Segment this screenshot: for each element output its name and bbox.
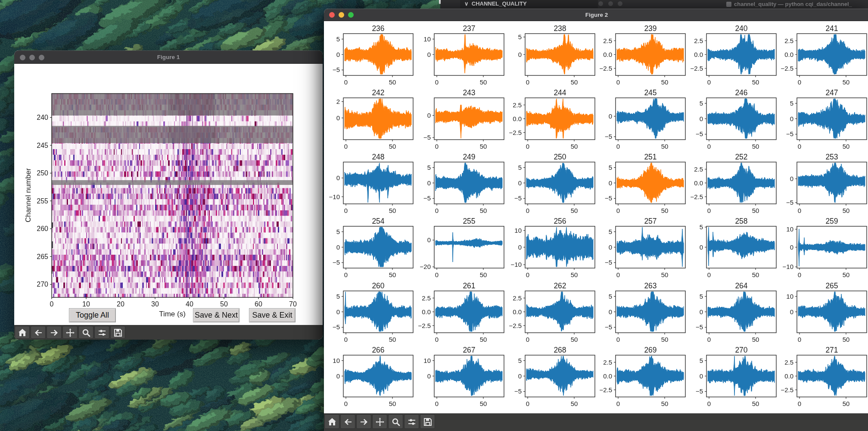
svg-text:10: 10 [786, 225, 793, 233]
svg-text:−5: −5 [696, 130, 703, 137]
svg-text:0: 0 [427, 112, 431, 119]
svg-text:0: 0 [336, 372, 340, 380]
svg-text:0: 0 [526, 207, 529, 214]
svg-text:0: 0 [798, 336, 801, 343]
svg-text:0: 0 [435, 78, 439, 86]
svg-text:50: 50 [661, 336, 669, 343]
svg-text:0: 0 [707, 336, 711, 343]
svg-text:50: 50 [571, 336, 578, 343]
svg-text:0: 0 [526, 78, 529, 86]
svg-text:0: 0 [435, 207, 439, 214]
svg-text:0.0: 0.0 [694, 51, 703, 58]
svg-text:247: 247 [825, 88, 838, 97]
svg-text:0: 0 [700, 372, 703, 380]
svg-text:2: 2 [336, 98, 340, 105]
svg-text:50: 50 [661, 271, 669, 278]
svg-text:50: 50 [843, 78, 850, 86]
svg-text:248: 248 [372, 153, 384, 161]
svg-text:2.5: 2.5 [694, 37, 703, 44]
svg-text:249: 249 [463, 153, 475, 161]
svg-text:254: 254 [372, 217, 384, 225]
svg-text:−2.5: −2.5 [599, 65, 612, 72]
svg-text:0: 0 [609, 308, 612, 315]
svg-text:238: 238 [554, 24, 566, 33]
svg-text:0: 0 [790, 308, 793, 315]
svg-text:256: 256 [554, 217, 566, 225]
svg-text:5: 5 [609, 228, 612, 235]
svg-text:60: 60 [255, 300, 262, 308]
svg-text:5: 5 [609, 293, 612, 300]
svg-text:0: 0 [616, 143, 620, 150]
svg-text:−5: −5 [333, 66, 340, 73]
svg-text:251: 251 [644, 153, 656, 161]
svg-text:2.5: 2.5 [422, 294, 431, 302]
svg-text:243: 243 [463, 88, 475, 97]
svg-text:50: 50 [752, 271, 759, 278]
svg-text:237: 237 [463, 24, 475, 33]
svg-text:50: 50 [843, 336, 850, 343]
svg-text:239: 239 [644, 24, 656, 33]
svg-text:Channel number: Channel number [24, 168, 32, 222]
svg-text:0: 0 [344, 143, 348, 150]
svg-text:50: 50 [752, 78, 759, 86]
svg-text:244: 244 [554, 88, 566, 97]
svg-text:50: 50 [843, 400, 850, 407]
svg-text:−2.5: −2.5 [509, 129, 522, 136]
svg-text:50: 50 [389, 336, 396, 343]
svg-text:70: 70 [289, 300, 297, 308]
svg-text:245: 245 [37, 142, 48, 149]
svg-text:265: 265 [825, 281, 838, 290]
svg-text:0: 0 [707, 271, 711, 278]
svg-text:0.0: 0.0 [513, 308, 522, 315]
svg-text:0: 0 [336, 114, 340, 122]
svg-text:50: 50 [661, 143, 669, 150]
svg-text:20: 20 [117, 300, 124, 308]
svg-text:−5: −5 [696, 323, 703, 331]
svg-text:−20: −20 [420, 263, 431, 270]
svg-text:50: 50 [752, 207, 759, 214]
svg-text:−5: −5 [696, 387, 703, 395]
svg-text:250: 250 [37, 169, 48, 177]
svg-text:5: 5 [609, 164, 612, 171]
svg-text:−2.5: −2.5 [418, 322, 431, 329]
svg-text:50: 50 [752, 400, 759, 407]
svg-text:−10: −10 [783, 263, 793, 270]
svg-text:5: 5 [336, 35, 340, 43]
svg-text:0: 0 [344, 271, 348, 278]
svg-text:0: 0 [707, 78, 711, 86]
svg-text:−5: −5 [605, 323, 612, 331]
svg-text:0: 0 [336, 244, 340, 251]
svg-text:−5: −5 [333, 323, 340, 331]
svg-text:50: 50 [571, 207, 578, 214]
svg-text:0: 0 [700, 115, 703, 122]
svg-text:240: 240 [37, 114, 48, 121]
svg-text:264: 264 [735, 281, 747, 290]
svg-text:−2.5: −2.5 [690, 65, 703, 72]
svg-text:0: 0 [707, 400, 711, 407]
svg-text:255: 255 [463, 217, 475, 225]
svg-text:50: 50 [220, 300, 228, 308]
svg-text:0: 0 [609, 179, 612, 187]
svg-text:0: 0 [609, 244, 612, 251]
svg-text:0: 0 [616, 78, 620, 86]
svg-text:255: 255 [37, 197, 48, 205]
svg-text:−10: −10 [511, 261, 522, 268]
svg-text:−2.5: −2.5 [509, 322, 522, 329]
svg-text:262: 262 [554, 281, 566, 290]
svg-text:−2.5: −2.5 [781, 65, 793, 72]
svg-text:0: 0 [609, 112, 612, 120]
svg-text:0: 0 [707, 143, 711, 150]
svg-text:0: 0 [344, 336, 348, 343]
svg-text:50: 50 [661, 78, 669, 86]
svg-text:50: 50 [389, 143, 396, 150]
svg-text:50: 50 [843, 207, 850, 214]
svg-text:−5: −5 [786, 199, 793, 206]
svg-text:−5: −5 [786, 130, 793, 137]
svg-text:0: 0 [700, 308, 703, 315]
svg-text:Time (s): Time (s) [159, 310, 186, 318]
svg-text:0: 0 [336, 308, 340, 315]
svg-text:267: 267 [463, 346, 475, 354]
svg-text:0: 0 [435, 143, 439, 150]
svg-text:259: 259 [825, 217, 838, 225]
svg-text:0: 0 [616, 271, 620, 278]
